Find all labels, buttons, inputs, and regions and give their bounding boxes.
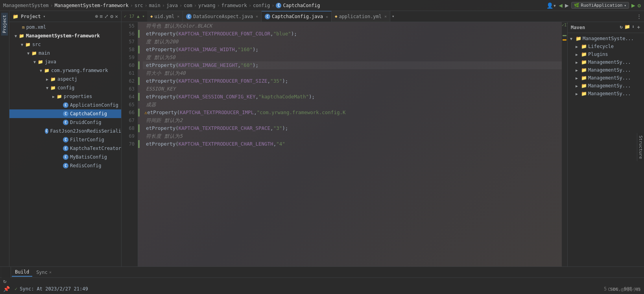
tab-label: DataSourceAspect.java bbox=[193, 14, 253, 19]
run-configuration[interactable]: 🌿 RuoYiApplication ▾ bbox=[571, 2, 629, 9]
tree-item-redis[interactable]: C RedisConfig bbox=[9, 161, 121, 170]
tab-close[interactable]: ✕ bbox=[177, 14, 179, 18]
maven-item-2[interactable]: ▶ 📁 ManagementSy... bbox=[569, 66, 642, 74]
maven-item-3[interactable]: ▶ 📁 ManagementSy... bbox=[569, 74, 642, 82]
tree-item-filter[interactable]: C FilterConfig bbox=[9, 135, 121, 144]
structure-tab[interactable]: Structure bbox=[637, 133, 644, 161]
tree-item-pom[interactable]: m pom.xml bbox=[9, 23, 121, 31]
project-panel-tab[interactable]: Project bbox=[1, 13, 8, 35]
java-class-icon: C bbox=[63, 154, 68, 160]
tree-item-src[interactable]: ▼ 📁 src bbox=[9, 40, 121, 49]
build-bar: Build Sync ✕ ↻ 📌 👁 ✓ Sync: At 2023/2/27 … bbox=[0, 266, 644, 294]
tree-label: properties bbox=[64, 94, 92, 99]
refresh-build-icon[interactable]: ↻ bbox=[3, 278, 10, 284]
build-tab-sync[interactable]: Sync ✕ bbox=[33, 268, 55, 277]
folder-icon: 📁 bbox=[44, 68, 50, 73]
tree-item-properties[interactable]: ▶ 📁 properties bbox=[9, 92, 121, 101]
run-button[interactable]: ▶ bbox=[631, 2, 635, 9]
tree-label: DruidConfig bbox=[70, 120, 101, 125]
breadcrumb-managementsystem[interactable]: ManagementSystem bbox=[3, 3, 49, 8]
tree-label: java bbox=[45, 59, 56, 65]
expand-icon[interactable]: ⤢ bbox=[104, 13, 109, 19]
tab-datasource[interactable]: C DataSourceAspect.java ✕ bbox=[183, 11, 262, 22]
maven-label: ManagementSy... bbox=[588, 67, 631, 73]
collapse-icon[interactable]: ≡ bbox=[100, 13, 103, 19]
maven-plus-icon[interactable]: ＋ bbox=[636, 24, 641, 31]
toolbar-right: 👤▾ ◀ ▶ 🌿 RuoYiApplication ▾ ▶ ⚙ bbox=[546, 2, 641, 9]
tree-item-druid[interactable]: C DruidConfig bbox=[9, 118, 121, 127]
arrow-icon: ▼ bbox=[38, 68, 44, 73]
maven-item-1[interactable]: ▶ 📁 ManagementSy... bbox=[569, 58, 642, 66]
maven-label: ManagementSy... bbox=[588, 59, 631, 65]
tree-item-main[interactable]: ▼ 📁 main bbox=[9, 49, 121, 57]
maven-item-5[interactable]: ▶ 📁 ManagementSy... bbox=[569, 90, 642, 98]
editor-tabs-bar: ✓ 17 ▲ ▾ ◆ uid.yml ✕ C DataSourceAspect.… bbox=[122, 11, 644, 22]
build-tab-build[interactable]: Build bbox=[12, 268, 32, 277]
maven-panel: Maven ↻ 📁 ⬇ ＋ ▼ 📁 ManagementSyste... bbox=[567, 22, 644, 266]
tree-item-fastjson[interactable]: C FastJson2JsonRedisSeriali bbox=[9, 127, 121, 135]
java-class-icon: C bbox=[63, 163, 68, 168]
tab-close[interactable]: ✕ bbox=[326, 15, 328, 19]
breadcrumb-yrwang[interactable]: yrwang bbox=[198, 3, 215, 8]
close-icon[interactable]: ✕ bbox=[115, 13, 118, 19]
tab-close[interactable]: ✕ bbox=[256, 14, 258, 18]
breadcrumb-framework[interactable]: ManagementSystem-framework bbox=[55, 3, 129, 8]
breadcrumb-config[interactable]: config bbox=[253, 3, 270, 8]
tab-overflow-btn[interactable]: ▾ bbox=[392, 14, 395, 19]
sync-tab-close[interactable]: ✕ bbox=[49, 270, 52, 274]
back-nav-icon[interactable]: ◀ bbox=[559, 2, 563, 9]
tab-close[interactable]: ✕ bbox=[384, 14, 387, 18]
tree-item-java[interactable]: ▼ 📁 java bbox=[9, 57, 121, 66]
breadcrumb-captchaconfig[interactable]: CaptchaConfig bbox=[283, 3, 320, 8]
breadcrumb-main[interactable]: main bbox=[149, 3, 161, 8]
maven-item-root[interactable]: ▼ 📁 ManagementSyste... bbox=[569, 35, 642, 43]
pin-build-icon[interactable]: 📌 bbox=[3, 286, 10, 292]
inspection-count: ✓17 bbox=[562, 22, 567, 27]
breadcrumb-src[interactable]: src bbox=[135, 3, 143, 8]
tree-item-framework[interactable]: ▼ 📁 ManagementSystem-framework bbox=[9, 31, 121, 40]
maven-refresh-icon[interactable]: ↻ bbox=[620, 24, 623, 31]
maven-download-icon[interactable]: ⬇ bbox=[632, 24, 635, 31]
tree-item-config[interactable]: ▼ 📁 config bbox=[9, 83, 121, 92]
gear-icon[interactable]: ⚙ bbox=[110, 13, 113, 19]
tree-item-aspectj[interactable]: ▶ 📁 aspectj bbox=[9, 75, 121, 83]
more-tabs-icon[interactable]: ⋮ bbox=[634, 13, 644, 19]
tab-application-yml[interactable]: ◆ application.yml ✕ bbox=[332, 11, 390, 22]
code-line-63: ESSION_KEY bbox=[143, 85, 562, 93]
tab-uid-yml[interactable]: ◆ uid.yml ✕ bbox=[147, 11, 183, 22]
tree-item-mybatis[interactable]: C MyBatisConfig bbox=[9, 153, 121, 161]
tree-item-captchaconfig[interactable]: C CaptchaConfig bbox=[9, 109, 121, 118]
arrow-icon: ▶ bbox=[576, 76, 581, 80]
person-icon[interactable]: 👤▾ bbox=[546, 2, 556, 9]
maven-item-4[interactable]: ▶ 📁 ManagementSy... bbox=[569, 82, 642, 90]
inspection-check[interactable]: ✓ 17 ▲ ▾ bbox=[122, 14, 147, 19]
code-line-69: 符长度 默认为5 bbox=[143, 132, 562, 140]
code-lines-content[interactable]: 符号色 默认为Color.BLACK etProperty(KAPTCHA_TE… bbox=[140, 22, 562, 266]
editor-scrollbar[interactable]: ✓17 bbox=[562, 22, 567, 266]
project-tree: m pom.xml ▼ 📁 ManagementSystem-framework… bbox=[9, 22, 121, 266]
maven-folder-icon[interactable]: 📁 bbox=[624, 24, 630, 31]
locate-icon[interactable]: ⊕ bbox=[95, 13, 98, 19]
settings-icon[interactable]: ⚙ bbox=[638, 2, 641, 9]
folder-icon: 📁 bbox=[576, 36, 581, 41]
tree-item-appconfig[interactable]: C ApplicationConfig bbox=[9, 101, 121, 109]
dropdown-arrow[interactable]: ▾ bbox=[43, 14, 46, 18]
maven-label: ManagementSy... bbox=[588, 83, 631, 89]
tree-item-kaptcha[interactable]: C KaptchaTextCreator bbox=[9, 144, 121, 153]
tree-item-com[interactable]: ▼ 📁 com.yrwang.framework bbox=[9, 66, 121, 75]
folder-icon: 📁 bbox=[581, 52, 587, 57]
left-panel-tabs: Project bbox=[0, 11, 9, 266]
maven-item-plugins[interactable]: ▶ 📁 Plugins bbox=[569, 50, 642, 58]
forward-nav-icon[interactable]: ▶ bbox=[565, 2, 569, 9]
run-config-label: RuoYiApplication bbox=[581, 3, 623, 8]
yml-icon: ◆ bbox=[150, 14, 153, 19]
breadcrumb-java[interactable]: java bbox=[166, 3, 178, 8]
arrow-icon: ▼ bbox=[44, 86, 50, 90]
arrow-icon: ▼ bbox=[31, 60, 38, 64]
breadcrumb-framework2[interactable]: framework bbox=[221, 3, 247, 8]
folder-icon: 📁 bbox=[581, 44, 587, 49]
maven-item-lifecycle[interactable]: ▶ 📁 Lifecycle bbox=[569, 43, 642, 50]
arrow-icon: ▼ bbox=[570, 37, 576, 41]
tab-captchaconfig[interactable]: C CaptchaConfig.java ✕ bbox=[262, 11, 332, 22]
breadcrumb-com[interactable]: com bbox=[184, 3, 192, 8]
